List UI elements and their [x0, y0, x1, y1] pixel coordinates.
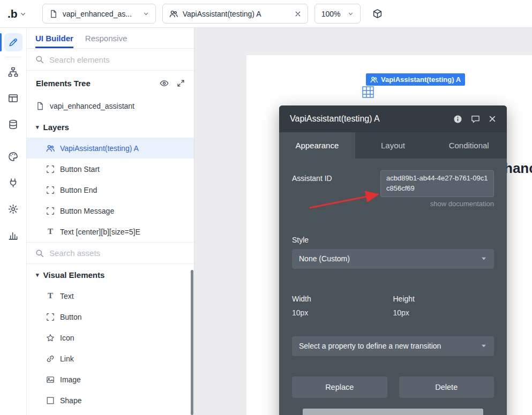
page-heading-fragment: hanc: [504, 160, 532, 177]
text-icon: T: [46, 227, 55, 236]
visual-elements-section-header[interactable]: ▾ Visual Elements: [27, 264, 194, 285]
width-value[interactable]: 10px: [292, 308, 393, 317]
layers-section-header[interactable]: ▾ Layers: [27, 116, 194, 138]
page-selector[interactable]: vapi_enhanced_as...: [42, 4, 156, 24]
users-icon: [46, 144, 55, 153]
close-icon[interactable]: [489, 115, 496, 123]
height-value[interactable]: 10px: [393, 308, 494, 317]
show-documentation-link[interactable]: show documentation: [292, 200, 494, 208]
property-editor-tabs: Appearance Layout Conditional: [279, 132, 507, 159]
info-icon[interactable]: [453, 115, 462, 124]
users-icon: [370, 76, 378, 84]
button-icon: [46, 313, 55, 321]
partial-dropdown[interactable]: [303, 409, 483, 415]
asset-item-icon[interactable]: Icon: [27, 327, 194, 348]
layer-item-button-message[interactable]: Button Message: [27, 200, 194, 221]
zoom-value: 100%: [321, 10, 343, 18]
expand-icon[interactable]: [177, 79, 185, 87]
asset-item-button[interactable]: Button: [27, 306, 194, 327]
rail-settings-item[interactable]: [4, 200, 23, 218]
layer-item-button-end[interactable]: Button End: [27, 179, 194, 200]
close-icon[interactable]: [295, 11, 301, 17]
eye-icon[interactable]: [160, 79, 169, 88]
link-icon: [46, 354, 55, 363]
panel-scrollbar[interactable]: [191, 270, 193, 415]
rail-data-item[interactable]: [4, 115, 23, 133]
element-selector[interactable]: VapiAssistant(testing) A: [162, 4, 308, 24]
search-elements-row: [27, 49, 194, 71]
tab-layout[interactable]: Layout: [355, 132, 431, 159]
left-panel: UI Builder Responsive Elements Tree vapi…: [27, 28, 194, 415]
main-area: UI Builder Responsive Elements Tree vapi…: [0, 28, 532, 415]
layer-item-label: Text [center][b][size=5]E: [60, 228, 140, 236]
layer-item-vapiassistant[interactable]: VapiAssistant(testing) A: [27, 138, 194, 159]
assistant-id-label: Assistant ID: [292, 170, 332, 197]
tab-appearance[interactable]: Appearance: [279, 132, 355, 159]
pencil-icon: [8, 37, 18, 48]
page-icon: [36, 102, 44, 110]
height-label: Height: [393, 295, 494, 303]
logo-chevron-down-icon[interactable]: [20, 11, 26, 17]
asset-item-image[interactable]: Image: [27, 369, 194, 390]
rail-workflow-item[interactable]: [4, 63, 23, 81]
visual-elements-section-label: Visual Elements: [43, 270, 105, 280]
component-library-icon[interactable]: [372, 9, 383, 19]
asset-item-link[interactable]: Link: [27, 348, 194, 369]
search-icon: [35, 249, 44, 258]
topbar: .b vapi_enhanced_as... VapiAssistant(tes…: [0, 0, 532, 28]
width-label: Width: [292, 295, 393, 303]
rail-styles-item[interactable]: [4, 147, 23, 165]
layer-item-button-start[interactable]: Button Start: [27, 159, 194, 179]
caret-down-icon: ▾: [36, 271, 39, 278]
users-icon: [169, 10, 178, 18]
caret-down-icon: [481, 343, 487, 349]
star-icon: [46, 334, 55, 342]
search-elements-input[interactable]: [49, 55, 185, 64]
comment-icon[interactable]: [471, 115, 480, 124]
button-icon: [46, 165, 55, 173]
tab-ui-builder[interactable]: UI Builder: [35, 28, 73, 48]
asset-item-label: Icon: [60, 334, 74, 342]
rail-logs-item[interactable]: [4, 226, 23, 244]
database-icon: [8, 119, 18, 130]
layer-item-label: Button Start: [60, 165, 100, 173]
search-assets-row: [27, 242, 194, 264]
assistant-id-input[interactable]: acbd89b1-ab44-4e27-b761-09c1c856cf69: [380, 170, 494, 197]
tree-root-label: vapi_enhanced_assistant: [50, 102, 134, 110]
page-selector-label: vapi_enhanced_as...: [63, 10, 138, 18]
panel-tabs: UI Builder Responsive: [27, 28, 194, 49]
app-logo[interactable]: .b: [8, 7, 18, 20]
chevron-down-icon: [348, 11, 354, 17]
rail-design-item[interactable]: [4, 33, 23, 51]
tab-conditional[interactable]: Conditional: [431, 132, 507, 159]
asset-item-label: Button: [60, 313, 81, 321]
zoom-selector[interactable]: 100%: [314, 4, 361, 24]
asset-item-shape[interactable]: Shape: [27, 390, 194, 411]
tree-root-item[interactable]: vapi_enhanced_assistant: [27, 95, 194, 116]
transition-dropdown-value: Select a property to define a new transi…: [299, 342, 441, 350]
elements-tree-header: Elements Tree: [27, 71, 194, 95]
chart-icon: [8, 230, 18, 240]
vapiassistant-grid-element[interactable]: [362, 86, 374, 98]
rail-pages-item[interactable]: [4, 89, 23, 107]
elements-tree-title: Elements Tree: [36, 79, 152, 88]
style-dropdown[interactable]: None (Custom): [292, 249, 494, 269]
layout-icon: [8, 93, 18, 103]
asset-item-text[interactable]: T Text: [27, 285, 194, 306]
asset-item-label: Shape: [60, 396, 81, 405]
image-icon: [46, 375, 55, 384]
asset-item-label: Image: [60, 375, 81, 384]
tab-responsive[interactable]: Responsive: [85, 28, 127, 48]
rail-plugins-item[interactable]: [4, 173, 23, 192]
layers-section-label: Layers: [43, 123, 69, 132]
page-icon: [49, 10, 58, 18]
selected-element-badge-label: VapiAssistant(testing) A: [381, 76, 461, 84]
replace-button[interactable]: Replace: [292, 376, 387, 398]
search-assets-input[interactable]: [49, 248, 185, 258]
property-editor-title: VapiAssistant(testing) A: [290, 114, 445, 124]
layer-item-text[interactable]: T Text [center][b][size=5]E: [27, 221, 194, 242]
property-editor-titlebar[interactable]: VapiAssistant(testing) A: [279, 105, 507, 132]
selected-element-badge[interactable]: VapiAssistant(testing) A: [366, 73, 465, 86]
delete-button[interactable]: Delete: [399, 376, 494, 398]
transition-dropdown[interactable]: Select a property to define a new transi…: [292, 336, 494, 356]
